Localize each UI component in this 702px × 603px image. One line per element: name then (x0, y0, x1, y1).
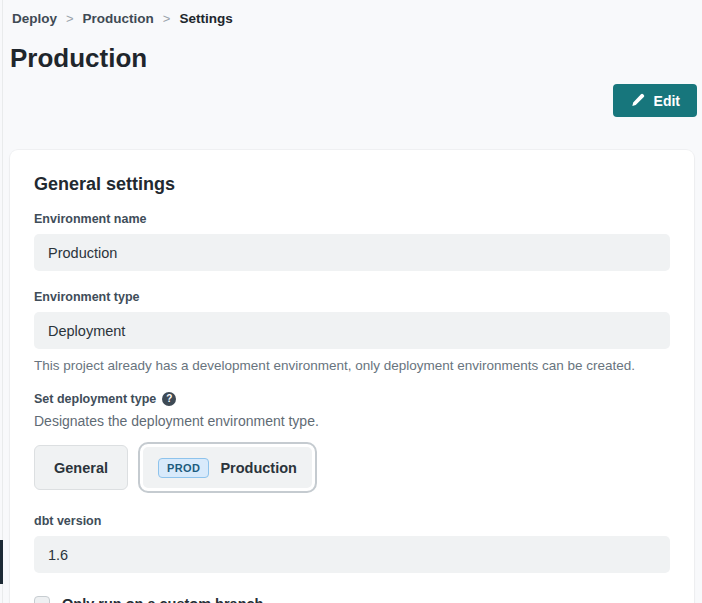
environment-name-group: Environment name Production (34, 212, 670, 271)
dbt-version-field: 1.6 (34, 536, 670, 573)
help-icon[interactable]: ? (162, 392, 176, 406)
panel-edge-divider (2, 0, 3, 603)
deployment-type-group: Set deployment type ? Designates the dep… (34, 392, 670, 493)
dbt-version-label: dbt version (34, 514, 670, 528)
page-title: Production (10, 43, 702, 74)
card-heading: General settings (34, 174, 670, 195)
edit-button[interactable]: Edit (613, 84, 697, 117)
chevron-right-icon: > (163, 11, 171, 26)
environment-type-label: Environment type (34, 290, 670, 304)
deployment-type-options: General PROD Production (34, 442, 670, 493)
general-settings-card: General settings Environment name Produc… (10, 150, 694, 603)
deployment-type-label: Set deployment type (34, 392, 156, 406)
deployment-type-option-general[interactable]: General (34, 445, 128, 490)
prod-badge: PROD (158, 458, 209, 478)
deployment-type-option-production[interactable]: PROD Production (138, 442, 317, 493)
custom-branch-label: Only run on a custom branch (62, 596, 263, 603)
option-production-label: Production (220, 460, 297, 476)
custom-branch-row: Only run on a custom branch (34, 596, 670, 603)
edit-button-label: Edit (654, 93, 680, 109)
breadcrumb-settings: Settings (179, 11, 232, 26)
breadcrumb-production[interactable]: Production (83, 11, 154, 26)
environment-type-group: Environment type Deployment This project… (34, 290, 670, 373)
environment-name-label: Environment name (34, 212, 670, 226)
environment-name-field: Production (34, 234, 670, 271)
breadcrumb: Deploy > Production > Settings (0, 0, 702, 26)
breadcrumb-deploy[interactable]: Deploy (12, 11, 57, 26)
environment-type-field: Deployment (34, 312, 670, 349)
chevron-right-icon: > (66, 11, 74, 26)
deployment-type-description: Designates the deployment environment ty… (34, 413, 670, 429)
environment-type-note: This project already has a development e… (34, 358, 670, 373)
pencil-icon (630, 93, 645, 108)
sidebar-sliver (0, 540, 3, 584)
option-general-label: General (54, 460, 108, 476)
custom-branch-checkbox[interactable] (34, 596, 50, 603)
dbt-version-group: dbt version 1.6 (34, 514, 670, 573)
